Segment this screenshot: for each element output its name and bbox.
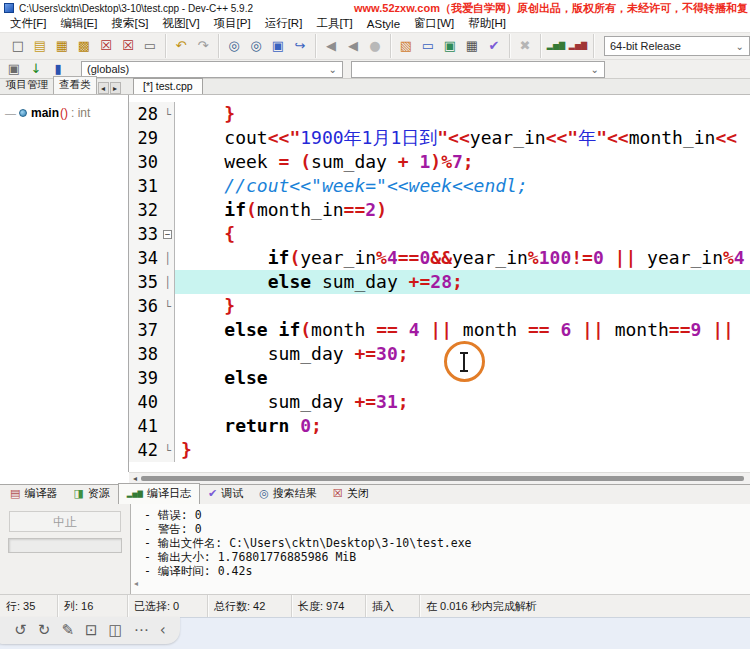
nav-forward-icon[interactable]: ◀ (343, 36, 363, 56)
compile-run-icon[interactable]: ▣ (440, 36, 460, 56)
new-file-icon[interactable]: □ (8, 36, 28, 56)
menu-item-4[interactable]: 项目[P] (207, 15, 258, 32)
find-icon[interactable]: ◎ (224, 36, 244, 56)
toolbar-group-5: ✖ (510, 34, 541, 58)
rotate-right-icon[interactable]: ↻ (38, 623, 51, 638)
close-all-icon[interactable]: ☒ (118, 36, 138, 56)
rebuild-icon[interactable]: ▦ (462, 36, 482, 56)
bottom-tab-4[interactable]: ◎搜索结果 (251, 484, 325, 504)
compile-icon[interactable]: ▧ (396, 36, 416, 56)
menu-item-2[interactable]: 搜索[S] (104, 15, 155, 32)
line-number[interactable]: 36 (129, 294, 161, 318)
abort-button[interactable]: 中止 (9, 511, 121, 532)
members-select[interactable]: ⌄ (351, 61, 605, 78)
status-insert-mode: 插入 (366, 595, 420, 617)
bottom-tab-0[interactable]: ▤编译器 (2, 484, 65, 504)
code-text: sum_day +=31; (175, 390, 750, 414)
abort-icon[interactable]: ✖ (515, 36, 535, 56)
tab-project-manager[interactable]: 项目管理 (1, 77, 53, 94)
line-number[interactable]: 29 (129, 126, 161, 150)
save-all-icon[interactable]: ▩ (74, 36, 94, 56)
save-icon[interactable]: ▦ (52, 36, 72, 56)
profile-icon[interactable]: ▂▅▇ (546, 36, 566, 56)
compile-progress-bar (8, 538, 122, 553)
debug-icon: ✔ (208, 487, 217, 500)
code-line-33: 33− { (129, 222, 750, 246)
line-number[interactable]: 35 (129, 270, 161, 294)
replace-icon[interactable]: ▣ (268, 36, 288, 56)
editor-horizontal-scrollbar[interactable]: ◂ (129, 472, 750, 484)
syntax-check-icon[interactable]: ✔ (484, 36, 504, 56)
menu-item-6[interactable]: 工具[T] (309, 15, 359, 32)
rotate-left-icon[interactable]: ↺ (14, 623, 27, 638)
status-column: 列: 16 (58, 595, 128, 617)
scroll-left-icon[interactable]: ◂ (134, 577, 138, 591)
line-number[interactable]: 28 (129, 102, 161, 126)
compiler-profile-select[interactable]: 64-bit Release ⌄ (604, 36, 750, 56)
scrollbar-thumb[interactable] (141, 476, 744, 481)
editor-tab-testcpp[interactable]: [*] test.cpp (133, 78, 203, 94)
close-file-icon[interactable]: ☒ (96, 36, 116, 56)
scroll-left-icon[interactable]: ◂ (129, 474, 141, 483)
line-number[interactable]: 41 (129, 414, 161, 438)
code-line-36: 36└ } (129, 294, 750, 318)
find-in-files-icon[interactable]: ◎ (246, 36, 266, 56)
chat-icon[interactable]: ⋯ (134, 623, 149, 638)
code-line-35: 35│ else sum_day +=28; (129, 270, 750, 294)
menu-item-5[interactable]: 运行[R] (258, 15, 310, 32)
menu-item-7[interactable]: AStyle (360, 17, 407, 31)
redo-icon[interactable]: ↷ (193, 36, 213, 56)
menu-item-8[interactable]: 窗口[W] (407, 15, 461, 32)
screenshot-icon[interactable]: ⊡ (85, 623, 98, 638)
bottom-tab-5[interactable]: ☒关闭 (325, 484, 377, 504)
run-icon[interactable]: ▭ (418, 36, 438, 56)
line-number[interactable]: 30 (129, 150, 161, 174)
toolbar-group-2: ◎◎▣↪ (219, 34, 316, 58)
ibeam-cursor-icon (463, 352, 465, 372)
globals-select[interactable]: (globals) ⌄ (81, 61, 343, 78)
fold-column (161, 318, 175, 342)
nav-stop-icon[interactable]: ● (365, 36, 385, 56)
nav-back-icon[interactable]: ◀ (321, 36, 341, 56)
bottom-tab-label: 资源 (88, 486, 110, 501)
toolbar-groups: □▤▦▩☒☒▭↶↷◎◎▣↪◀◀●▧▭▣▦✔✖▂▅▇▂▅▇ (3, 34, 594, 58)
line-number[interactable]: 33 (129, 222, 161, 246)
menu-item-3[interactable]: 视图[V] (156, 15, 207, 32)
line-number[interactable]: 38 (129, 342, 161, 366)
code-text: else if(month == 4 || month == 6 || mont… (175, 318, 750, 342)
profile-delete-icon[interactable]: ▂▅▇ (568, 36, 588, 56)
camera-icon[interactable]: ◫ (109, 623, 123, 638)
goto-line-icon[interactable]: ↪ (290, 36, 310, 56)
tab-scroll-left-icon[interactable]: ◂ (98, 82, 109, 94)
undo-icon[interactable]: ↶ (171, 36, 191, 56)
fold-column: └ (161, 438, 175, 462)
bottom-tab-3[interactable]: ✔调试 (200, 484, 251, 504)
chevron-down-icon: ⌄ (736, 41, 744, 52)
line-number[interactable]: 39 (129, 366, 161, 390)
line-number[interactable]: 42 (129, 438, 161, 462)
fold-toggle-icon[interactable]: − (163, 230, 172, 239)
pen-icon[interactable]: ✎ (61, 623, 74, 638)
line-number[interactable]: 31 (129, 174, 161, 198)
menu-item-9[interactable]: 帮助[H] (461, 15, 513, 32)
tab-scroll-right-icon[interactable]: ▸ (110, 82, 121, 94)
print-icon[interactable]: ▭ (140, 36, 160, 56)
bottom-tab-1[interactable]: ◨资源 (65, 484, 117, 504)
toolbar-group-3: ◀◀● (316, 34, 391, 58)
status-length: 长度: 974 (292, 595, 366, 617)
tab-class-browser[interactable]: 查看类 (53, 76, 97, 94)
open-file-icon[interactable]: ▤ (30, 36, 50, 56)
fold-column: − (161, 222, 175, 246)
menu-item-0[interactable]: 文件[F] (3, 15, 53, 32)
fold-column: │ (161, 246, 175, 270)
bottom-tab-2[interactable]: ▂▅▇编译日志 (118, 483, 200, 504)
fold-column (161, 150, 175, 174)
line-number[interactable]: 40 (129, 390, 161, 414)
code-editor[interactable]: 28└ }29 cout<<"1900年1月1日到"<<year_in<<"年"… (129, 95, 750, 472)
line-number[interactable]: 32 (129, 198, 161, 222)
line-number[interactable]: 34 (129, 246, 161, 270)
collapse-icon[interactable]: ‹ (160, 623, 166, 638)
class-tree-item-main[interactable]: — main () : int (5, 106, 128, 120)
menu-item-1[interactable]: 编辑[E] (53, 15, 104, 32)
line-number[interactable]: 37 (129, 318, 161, 342)
